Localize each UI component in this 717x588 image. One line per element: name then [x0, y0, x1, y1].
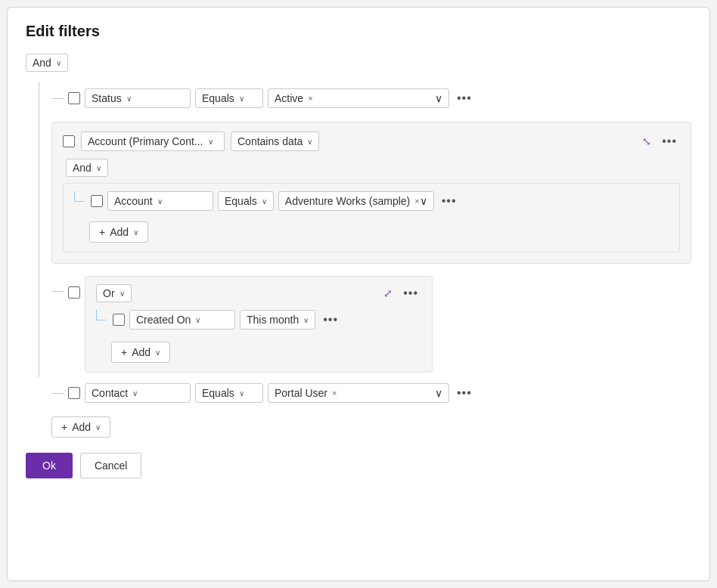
or-add-area: + Add ∨ [111, 337, 421, 363]
account-primary-collapse-icon[interactable]: ⤡ [642, 135, 651, 147]
account-primary-operator-label: Contains data [237, 135, 303, 147]
or-inner-group: Or ∨ ⤢ ••• [85, 276, 433, 373]
contact-field-label: Contact [92, 387, 128, 399]
top-and-label: And [33, 57, 51, 69]
account-inner-dots-btn[interactable]: ••• [439, 193, 460, 209]
or-connector [51, 291, 64, 292]
status-field-label: Status [92, 92, 122, 104]
status-operator-label: Equals [202, 92, 234, 104]
created-on-field-select[interactable]: Created On ∨ [129, 310, 235, 330]
created-on-operator-select[interactable]: This month ∨ [240, 310, 315, 330]
account-inner-field-label: Account [114, 195, 153, 207]
or-add-chevron: ∨ [155, 348, 160, 357]
or-group-row: Or ∨ ⤢ ••• [51, 271, 691, 377]
main-add-plus: + [61, 421, 67, 433]
contact-value-chevron: ∨ [435, 387, 442, 399]
account-inner-operator-chevron: ∨ [262, 197, 267, 206]
status-checkbox[interactable] [68, 92, 80, 104]
account-primary-nested-group: Account (Primary Cont... ∨ Contains data… [51, 122, 691, 264]
or-group-top-right: ⤢ ••• [383, 285, 421, 302]
contact-operator-select[interactable]: Equals ∨ [195, 383, 263, 403]
or-group-outer-checkbox[interactable] [68, 286, 80, 299]
account-inner-operator-label: Equals [225, 195, 257, 207]
account-inner-checkbox[interactable] [91, 195, 103, 207]
or-operator-label: Or [103, 287, 115, 299]
or-add-button[interactable]: + Add ∨ [111, 342, 170, 363]
contact-operator-chevron: ∨ [239, 389, 244, 398]
account-primary-checkbox[interactable] [63, 135, 75, 147]
created-on-checkbox[interactable] [113, 314, 125, 326]
account-primary-operator-select[interactable]: Contains data ∨ [231, 132, 319, 151]
ok-button[interactable]: Ok [26, 453, 73, 478]
cancel-button[interactable]: Cancel [80, 453, 142, 478]
account-inner-field-select[interactable]: Account ∨ [107, 191, 213, 211]
inner-add-area: + Add ∨ [89, 217, 669, 243]
created-on-dots-btn[interactable]: ••• [320, 311, 341, 328]
account-primary-field-chevron: ∨ [208, 138, 213, 146]
contact-filter-row: Contact ∨ Equals ∨ Portal User × ∨ ••• [51, 377, 691, 409]
main-add-chevron: ∨ [95, 423, 101, 432]
top-and-chevron: ∨ [56, 59, 61, 67]
account-primary-header-right: ⤡ ••• [642, 133, 680, 150]
row4-connector [51, 393, 64, 394]
or-operator-button[interactable]: Or ∨ [96, 284, 132, 302]
status-value-close[interactable]: × [308, 94, 312, 103]
or-operator-chevron: ∨ [120, 289, 125, 298]
contact-dots-btn[interactable]: ••• [454, 385, 475, 401]
inner-and-chevron: ∨ [96, 164, 101, 172]
account-inner-field-chevron: ∨ [157, 197, 163, 206]
or-tree-line [96, 310, 107, 330]
inner-add-plus: + [99, 226, 105, 238]
inner-and-operator-area: And ∨ [66, 159, 680, 177]
contact-checkbox[interactable] [68, 387, 80, 399]
account-primary-field-label: Account (Primary Cont... [88, 135, 203, 147]
inner-and-button[interactable]: And ∨ [66, 159, 108, 177]
inner-add-chevron: ∨ [133, 228, 138, 237]
or-dots-btn[interactable]: ••• [400, 285, 421, 302]
account-inner-row: Account ∨ Equals ∨ Adventure Works (samp… [74, 191, 669, 211]
account-primary-field-select[interactable]: Account (Primary Cont... ∨ [81, 132, 225, 151]
tree-line-left [74, 191, 85, 211]
contact-value-close[interactable]: × [332, 388, 337, 398]
status-value-field[interactable]: Active × ∨ [268, 88, 449, 108]
inner-add-button[interactable]: + Add ∨ [89, 221, 148, 243]
created-on-row: Created On ∨ This month ∨ ••• [96, 310, 421, 330]
account-primary-operator-chevron: ∨ [307, 138, 312, 146]
contact-field-chevron: ∨ [132, 389, 138, 398]
main-add-label: Add [72, 421, 91, 433]
contact-value-field[interactable]: Portal User × ∨ [268, 383, 449, 403]
status-operator-select[interactable]: Equals ∨ [195, 88, 263, 108]
contact-operator-label: Equals [202, 387, 234, 399]
or-group-top-bar: Or ∨ ⤢ ••• [96, 284, 421, 302]
main-add-button[interactable]: + Add ∨ [51, 416, 110, 438]
created-on-field-chevron: ∨ [195, 316, 200, 324]
contact-value-tag: Portal User × [275, 387, 337, 399]
created-on-operator-label: This month [247, 314, 299, 326]
account-inner-value-field[interactable]: Adventure Works (sample) × ∨ [278, 191, 434, 211]
top-operator-area: And ∨ [26, 54, 691, 72]
account-primary-group-row: Account (Primary Cont... ∨ Contains data… [51, 114, 691, 271]
account-inner-value-tag: Adventure Works (sample) × [285, 195, 420, 207]
or-add-label: Add [132, 346, 151, 358]
inner-and-label: And [73, 162, 92, 174]
status-operator-chevron: ∨ [239, 94, 244, 103]
main-add-area: + Add ∨ [51, 412, 691, 438]
created-on-field-label: Created On [136, 314, 191, 326]
top-and-button[interactable]: And ∨ [26, 54, 68, 72]
account-primary-group-header: Account (Primary Cont... ∨ Contains data… [63, 132, 680, 151]
edit-filters-dialog: Edit filters And ∨ Status ∨ Equals ∨ Ac [7, 7, 710, 581]
contact-field-select[interactable]: Contact ∨ [85, 383, 191, 403]
bottom-buttons-area: Ok Cancel [26, 453, 691, 478]
status-value-tag: Active × [275, 92, 313, 104]
created-on-operator-chevron: ∨ [303, 316, 309, 324]
account-inner-operator-select[interactable]: Equals ∨ [218, 191, 274, 211]
account-primary-dots-btn[interactable]: ••• [659, 133, 680, 150]
account-primary-header-left: Account (Primary Cont... ∨ Contains data… [63, 132, 319, 151]
status-dots-btn[interactable]: ••• [454, 90, 475, 107]
dialog-title: Edit filters [26, 23, 691, 40]
or-collapse-icon[interactable]: ⤢ [383, 287, 393, 299]
or-add-plus: + [121, 346, 127, 358]
status-field-select[interactable]: Status ∨ [85, 88, 191, 108]
inner-add-label: Add [110, 226, 129, 238]
filters-area: Status ∨ Equals ∨ Active × ∨ ••• [26, 82, 691, 438]
